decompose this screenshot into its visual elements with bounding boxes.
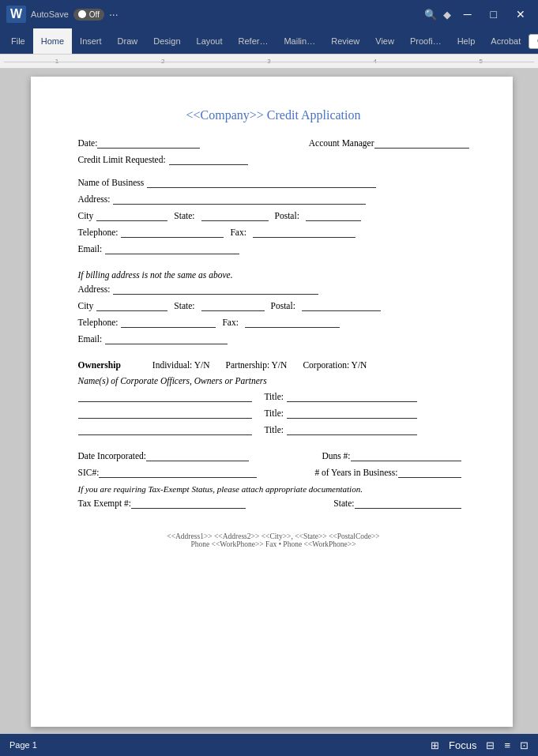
ruler-container: 12345 xyxy=(4,55,534,68)
print-layout-icon[interactable]: ≡ xyxy=(504,739,510,751)
title-underline-3[interactable] xyxy=(287,425,417,435)
address2-label: Address: xyxy=(78,284,111,294)
tab-home[interactable]: Home xyxy=(33,28,72,54)
account-manager-label: Account Manager xyxy=(309,138,374,148)
credit-limit-row: Credit Limit Requested: xyxy=(78,155,469,165)
comment-btn[interactable]: 💬 xyxy=(529,34,538,49)
email-row: Email: xyxy=(78,244,469,254)
minimize-btn[interactable]: ─ xyxy=(457,6,478,22)
fax-underline[interactable] xyxy=(253,228,356,238)
page-container[interactable]: <<Company>> Credit Application Date: Acc… xyxy=(14,69,529,735)
date-account-row: Date: Account Manager xyxy=(78,138,469,149)
ribbon: File Home Insert Draw Design Layout Refe… xyxy=(0,28,538,55)
focus-label[interactable]: Focus xyxy=(449,739,476,751)
sic-underline[interactable] xyxy=(99,468,257,478)
business-name-underline[interactable] xyxy=(147,178,376,188)
layout-icon[interactable]: ⊟ xyxy=(486,739,495,751)
diamond-icon: ◆ xyxy=(443,9,451,21)
address-underline[interactable] xyxy=(113,194,366,205)
email2-underline[interactable] xyxy=(105,334,228,344)
tab-review[interactable]: Review xyxy=(323,28,367,54)
state2-label: State: xyxy=(174,301,194,310)
state2-underline[interactable] xyxy=(201,301,265,311)
postal2-underline[interactable] xyxy=(302,301,381,311)
sic-label: SIC#: xyxy=(78,468,100,477)
tax-exempt-note: If you are requiring Tax-Exempt Status, … xyxy=(78,484,469,494)
credit-limit-underline[interactable] xyxy=(169,155,248,165)
officer-row-2: Title: xyxy=(78,408,469,419)
title-underline-2[interactable] xyxy=(287,408,417,419)
duns-label: Duns #: xyxy=(322,451,350,461)
address-row: Address: xyxy=(78,194,469,205)
telephone-label: Telephone: xyxy=(78,228,119,237)
state-label: State: xyxy=(174,211,194,220)
ruler-line xyxy=(4,62,534,62)
tab-view[interactable]: View xyxy=(367,28,402,54)
tax-exempt-state-row: Tax Exempt #: State: xyxy=(78,498,469,509)
page-view-icon[interactable]: ⊞ xyxy=(431,739,439,751)
more-options-btn[interactable]: ··· xyxy=(109,8,119,21)
web-layout-icon[interactable]: ⊡ xyxy=(520,739,529,751)
autosave-label: AutoSave xyxy=(31,9,69,19)
date-underline[interactable] xyxy=(97,138,200,149)
telephone-underline[interactable] xyxy=(121,228,224,238)
years-label: # of Years in Business: xyxy=(314,468,397,477)
tel-fax-row: Telephone: Fax: xyxy=(78,228,469,238)
tab-proofing[interactable]: Proofi… xyxy=(402,28,450,54)
city2-state2-postal2-row: City State: Postal: xyxy=(78,301,469,311)
city-label: City xyxy=(78,211,94,220)
title-underline-1[interactable] xyxy=(287,392,417,402)
main-area: <<Company>> Credit Application Date: Acc… xyxy=(0,69,538,735)
search-icon[interactable]: 🔍 xyxy=(424,9,437,21)
ownership-row: Ownership Individual: Y/N Partnership: Y… xyxy=(78,360,469,370)
state-underline[interactable] xyxy=(201,211,269,221)
years-underline[interactable] xyxy=(398,468,461,478)
tab-mailings[interactable]: Mailin… xyxy=(276,28,323,54)
ribbon-actions: 💬 ✏️ Editing › xyxy=(529,34,538,49)
tab-references[interactable]: Refer… xyxy=(231,28,277,54)
tab-acrobat[interactable]: Acrobat xyxy=(483,28,529,54)
word-logo-icon: W xyxy=(6,6,26,23)
duns-underline[interactable] xyxy=(351,451,461,461)
document-title: <<Company>> Credit Application xyxy=(78,108,469,122)
fax2-underline[interactable] xyxy=(245,318,340,328)
officer-row-1: Title: xyxy=(78,392,469,402)
state3-label: State: xyxy=(333,498,354,508)
close-btn[interactable]: ✕ xyxy=(510,6,532,22)
credit-limit-label: Credit Limit Requested: xyxy=(78,155,166,164)
maximize-btn[interactable]: □ xyxy=(484,6,503,22)
state3-underline[interactable] xyxy=(355,498,461,509)
title-bar: W AutoSave Off ··· 🔍 ◆ ─ □ ✕ xyxy=(0,0,538,28)
tab-draw[interactable]: Draw xyxy=(110,28,146,54)
title-label-1: Title: xyxy=(265,392,284,401)
postal-underline[interactable] xyxy=(306,211,361,221)
title-label-3: Title: xyxy=(265,425,284,434)
tab-design[interactable]: Design xyxy=(145,28,188,54)
document-footer: <<Address1>> <<Address2>> <<City>>, <<St… xyxy=(78,532,469,548)
account-manager-underline[interactable] xyxy=(374,138,469,149)
address2-underline[interactable] xyxy=(113,284,318,295)
telephone2-underline[interactable] xyxy=(121,318,216,328)
tab-insert[interactable]: Insert xyxy=(72,28,110,54)
ribbon-tabs: File Home Insert Draw Design Layout Refe… xyxy=(0,28,538,54)
state3-field: State: xyxy=(333,498,461,509)
tab-layout[interactable]: Layout xyxy=(189,28,231,54)
tax-exempt-label: Tax Exempt #: xyxy=(78,498,132,508)
date-inc-underline[interactable] xyxy=(146,451,249,461)
city2-underline[interactable] xyxy=(96,301,167,311)
city-underline[interactable] xyxy=(96,211,167,221)
officer-name-1[interactable] xyxy=(78,392,252,402)
postal2-label: Postal: xyxy=(271,301,295,310)
sic-years-row: SIC#: # of Years in Business: xyxy=(78,468,469,478)
telephone2-label: Telephone: xyxy=(78,318,119,327)
tab-file[interactable]: File xyxy=(3,28,33,54)
tab-help[interactable]: Help xyxy=(450,28,483,54)
officer-name-2[interactable] xyxy=(78,408,252,419)
tax-exempt-underline[interactable] xyxy=(131,498,246,509)
status-right: ⊞ Focus ⊟ ≡ ⊡ xyxy=(431,739,529,751)
email-underline[interactable] xyxy=(105,244,239,254)
document-page: <<Company>> Credit Application Date: Acc… xyxy=(31,77,513,727)
fax2-label: Fax: xyxy=(222,318,238,327)
autosave-toggle[interactable]: Off xyxy=(73,9,104,21)
officer-name-3[interactable] xyxy=(78,425,252,435)
